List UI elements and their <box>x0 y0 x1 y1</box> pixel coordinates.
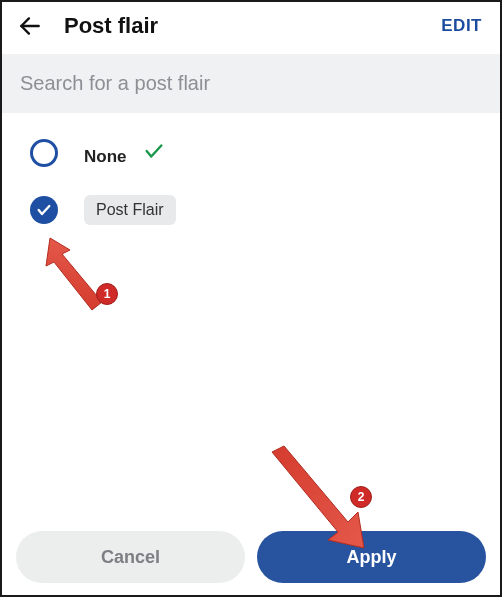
back-arrow-icon[interactable] <box>16 12 44 40</box>
option-flair-label: Post Flair <box>84 195 176 225</box>
search-placeholder: Search for a post flair <box>20 72 210 94</box>
option-none[interactable]: None <box>30 139 472 167</box>
search-input[interactable]: Search for a post flair <box>2 54 500 113</box>
option-post-flair[interactable]: Post Flair <box>30 195 472 225</box>
footer-buttons: Cancel Apply <box>16 531 486 583</box>
cancel-button[interactable]: Cancel <box>16 531 245 583</box>
annotation-badge-1: 1 <box>96 283 118 305</box>
option-none-label: None <box>84 147 127 166</box>
page-title: Post flair <box>58 13 427 39</box>
annotation-badge-2: 2 <box>350 486 372 508</box>
edit-button[interactable]: EDIT <box>441 16 486 36</box>
checkmark-icon <box>143 140 165 162</box>
screen-frame: Post flair EDIT Search for a post flair … <box>0 0 502 597</box>
option-label-wrapper: None <box>84 140 165 167</box>
flair-options-list: None Post Flair <box>2 113 500 279</box>
radio-unselected-icon[interactable] <box>30 139 58 167</box>
header: Post flair EDIT <box>2 2 500 48</box>
radio-selected-icon[interactable] <box>30 196 58 224</box>
apply-button[interactable]: Apply <box>257 531 486 583</box>
